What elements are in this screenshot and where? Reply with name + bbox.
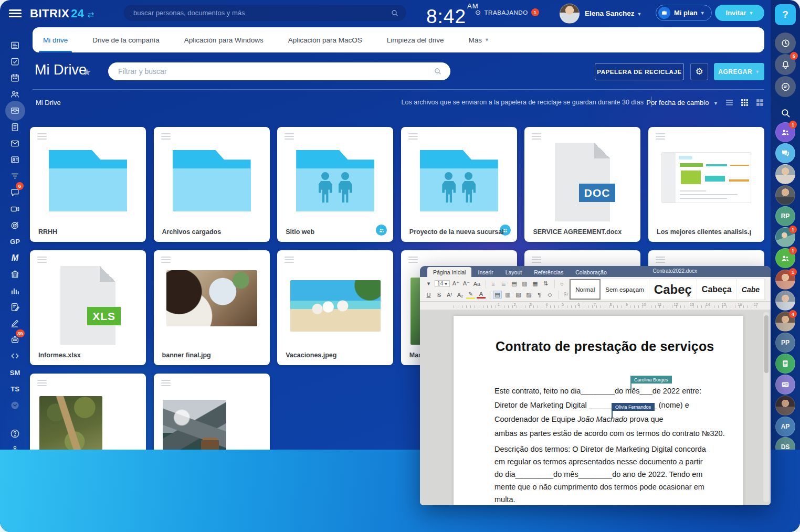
rail-avatar[interactable]: 1 bbox=[775, 122, 795, 142]
work-status[interactable]: ⊙ TRABAJANDO 1 bbox=[475, 8, 539, 16]
sidebar-crm-card-icon[interactable] bbox=[0, 152, 30, 167]
card-menu-icon[interactable] bbox=[37, 380, 47, 388]
card-menu-icon[interactable] bbox=[656, 133, 665, 141]
change-case-icon[interactable]: Aa bbox=[472, 281, 481, 287]
file-card-vacaciones-jpeg[interactable]: Vacaciones.jpeg bbox=[277, 250, 393, 365]
style-cabe-a[interactable]: Cabeça bbox=[697, 279, 737, 300]
card-menu-icon[interactable] bbox=[408, 133, 418, 141]
rail-avatar-rp[interactable]: RP bbox=[775, 206, 795, 226]
align-left-icon[interactable]: ▤ bbox=[493, 291, 502, 299]
rail-bell-button[interactable]: 5 bbox=[775, 54, 796, 75]
menu-icon[interactable] bbox=[9, 9, 22, 18]
file-card-los-mejores-clientes-analisis-png[interactable]: Los mejores clientes analisis.png bbox=[648, 127, 764, 242]
card-menu-icon[interactable] bbox=[37, 257, 47, 264]
sidebar-calendar-icon[interactable] bbox=[0, 70, 30, 85]
eraser-icon[interactable]: ○ bbox=[557, 281, 566, 287]
multilevel-list-icon[interactable]: ▤ bbox=[510, 280, 519, 287]
style-normal[interactable]: Normal bbox=[570, 279, 601, 300]
settings-gear-button[interactable]: ⚙ bbox=[690, 63, 708, 80]
highlight-icon[interactable]: ✎ bbox=[466, 291, 475, 299]
card-menu-icon[interactable] bbox=[408, 257, 418, 264]
rail-avatar[interactable]: 1 bbox=[775, 270, 795, 290]
sidebar-documents-icon[interactable] bbox=[0, 120, 30, 134]
tab-mi-drive[interactable]: Mi drive bbox=[43, 27, 68, 52]
font-dropdown[interactable]: ▾ bbox=[424, 280, 433, 287]
rail-avatar[interactable] bbox=[775, 396, 795, 416]
sidebar-doc-sign-icon[interactable] bbox=[0, 300, 30, 314]
rail-avatar[interactable] bbox=[775, 143, 795, 163]
sidebar-company-icon[interactable] bbox=[0, 267, 30, 282]
align-center-icon[interactable]: ▥ bbox=[503, 291, 512, 298]
tile-view-icon[interactable] bbox=[755, 98, 764, 107]
line-spacing-icon[interactable]: ⇅ bbox=[541, 280, 550, 287]
sidebar-mail-icon[interactable] bbox=[0, 136, 30, 151]
editor-tab-refer-ncias[interactable]: Referências bbox=[528, 267, 569, 277]
sidebar-target-icon[interactable] bbox=[0, 218, 30, 232]
sidebar-sales-funnel-icon[interactable] bbox=[0, 169, 30, 184]
sort-dropdown[interactable]: Por fecha de cambio ▼ bbox=[646, 99, 718, 107]
filter-search-input[interactable]: Filtrar y buscar bbox=[108, 62, 450, 80]
rail-avatar[interactable] bbox=[775, 185, 795, 205]
card-menu-icon[interactable] bbox=[532, 133, 541, 141]
rail-avatar[interactable]: 1 bbox=[775, 227, 795, 247]
card-menu-icon[interactable] bbox=[656, 257, 665, 264]
tab-aplicaci-n-para-macos[interactable]: Aplicación para MacOS bbox=[288, 27, 362, 52]
sidebar-drive-icon[interactable] bbox=[0, 103, 30, 118]
file-card-sitio-web[interactable]: Sitio web bbox=[277, 127, 393, 242]
card-menu-icon[interactable] bbox=[37, 133, 47, 141]
style-cabe[interactable]: Cabe bbox=[737, 279, 765, 300]
sidebar-video-call-icon[interactable] bbox=[0, 201, 30, 216]
indent-icon[interactable]: ▥ bbox=[520, 280, 529, 287]
file-card-informes-xlsx[interactable]: XLSInformes.xlsx bbox=[30, 250, 146, 365]
rail-avatar[interactable]: 4 bbox=[775, 312, 795, 332]
editor-tab-p-gina-inicial[interactable]: Página Inicial bbox=[427, 267, 471, 277]
rail-avatar[interactable] bbox=[775, 164, 795, 184]
editor-tab-inserir[interactable]: Inserir bbox=[472, 267, 499, 277]
editor-scrollbar[interactable] bbox=[763, 312, 769, 502]
align-right-icon[interactable]: ▧ bbox=[514, 291, 523, 298]
global-search-input[interactable]: buscar personas, documentos y más bbox=[124, 5, 406, 21]
sidebar-tasks-icon[interactable] bbox=[0, 54, 30, 69]
file-card-banner-final-jpg[interactable]: banner final.jpg bbox=[154, 250, 270, 365]
card-menu-icon[interactable] bbox=[285, 133, 294, 141]
user-name[interactable]: Elena Sanchez▼ bbox=[585, 9, 641, 17]
rail-avatar[interactable] bbox=[775, 354, 795, 374]
rail-history-button[interactable] bbox=[775, 33, 796, 54]
help-button[interactable]: ? bbox=[775, 4, 796, 25]
tab-limpieza-del-drive[interactable]: Limpieza del drive bbox=[387, 27, 444, 52]
numbered-list-icon[interactable]: ≣ bbox=[499, 280, 508, 287]
breadcrumb[interactable]: Mi Drive bbox=[36, 99, 61, 107]
sidebar-signature-icon[interactable] bbox=[0, 316, 30, 331]
sidebar-feed-icon[interactable] bbox=[0, 38, 30, 52]
sidebar-developer-code-icon[interactable] bbox=[0, 349, 30, 364]
rail-chat-lines-button[interactable] bbox=[775, 76, 796, 97]
font-size-dropdown[interactable]: 14 ▾ bbox=[435, 280, 450, 287]
justify-icon[interactable]: ▨ bbox=[524, 291, 533, 298]
recycle-bin-button[interactable]: PAPELERA DE RECICLAJE bbox=[595, 63, 684, 80]
file-card-proyecto-de-la-nueva-sucursal[interactable]: Proyecto de la nueva sucursal bbox=[401, 127, 517, 242]
my-plan-button[interactable]: Mi plan▼ bbox=[656, 5, 712, 21]
rail-avatar[interactable] bbox=[775, 375, 795, 395]
card-menu-icon[interactable] bbox=[161, 133, 171, 141]
outdent-icon[interactable]: ▦ bbox=[531, 280, 540, 287]
shrink-font-icon[interactable]: A⁻ bbox=[462, 280, 471, 287]
style-cabe-[interactable]: Cabeç bbox=[649, 279, 697, 300]
sidebar-item-sm[interactable]: SM bbox=[0, 365, 30, 380]
sidebar-help-circle-icon[interactable] bbox=[0, 427, 30, 441]
shading-icon[interactable]: ◇ bbox=[545, 291, 554, 298]
sidebar-analytics-icon[interactable] bbox=[0, 283, 30, 298]
file-card-archivos-cargados[interactable]: Archivos cargados bbox=[154, 127, 270, 242]
favorite-star-icon[interactable]: ★ bbox=[82, 66, 91, 78]
bullet-list-icon[interactable]: ≡ bbox=[489, 281, 498, 287]
user-avatar[interactable] bbox=[560, 4, 580, 24]
file-card-rrhh[interactable]: RRHH bbox=[30, 127, 146, 242]
paragraph-mark-icon[interactable]: ¶ bbox=[535, 292, 544, 298]
list-view-icon[interactable] bbox=[725, 98, 734, 107]
clock[interactable]: 8:42AM bbox=[426, 2, 479, 28]
editor-tab-colabora-o[interactable]: Colaboração bbox=[570, 267, 613, 277]
subscript-icon[interactable]: A₂ bbox=[456, 292, 465, 298]
rail-avatar[interactable] bbox=[775, 291, 795, 311]
rail-avatar-ap[interactable]: AP bbox=[775, 417, 795, 437]
rail-search-button[interactable] bbox=[775, 102, 796, 123]
tab-m-s[interactable]: Más ▼ bbox=[469, 27, 489, 52]
